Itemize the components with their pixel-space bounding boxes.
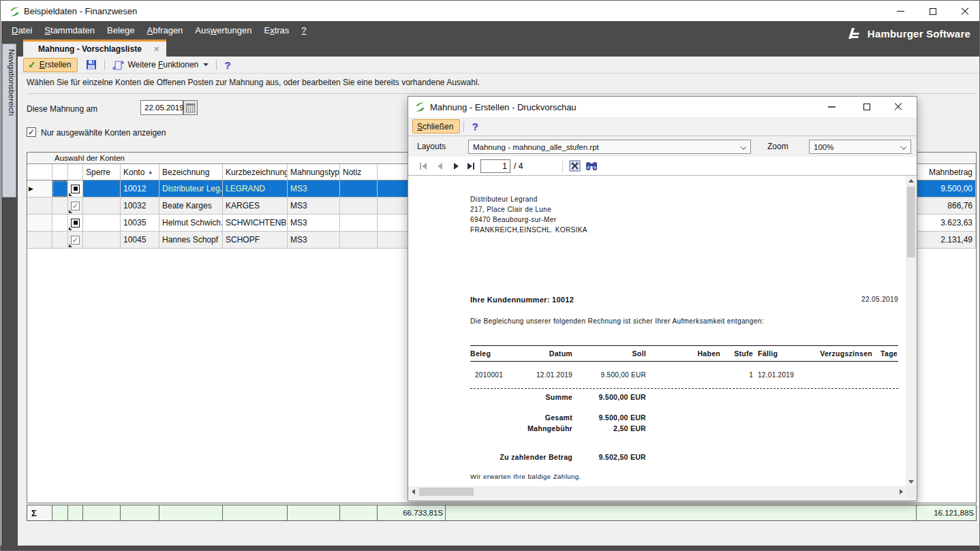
cell-mahnbetrag[interactable]: 9.500,00 (917, 180, 976, 198)
toolbar: ✓ Erstellen Weitere Funktionen ? (18, 57, 980, 73)
cell-mahnbetrag[interactable]: 2.131,49 (917, 232, 976, 249)
selector-cell[interactable] (52, 198, 68, 215)
summe-label: Summe (510, 393, 572, 401)
header-konto[interactable]: Konto▲ (121, 164, 159, 180)
first-page-button[interactable] (416, 159, 430, 173)
cell-bezeichnung[interactable]: Distributeur Leg... (159, 180, 223, 198)
cell-mahnungstyp[interactable]: MS3 (288, 198, 340, 215)
cell-mahnungstyp[interactable]: MS3 (288, 180, 340, 198)
cell-mahnbetrag[interactable]: 866,76 (917, 198, 976, 215)
td-beleg: 2010001 (470, 371, 510, 379)
summe-value: 9.500,00 EUR (572, 393, 646, 401)
cell-kurzbezeichnung[interactable]: SCHOPF (223, 232, 288, 249)
dialog-maximize-button[interactable] (857, 97, 876, 117)
calendar-button[interactable] (183, 100, 198, 115)
scroll-down-arrow[interactable] (906, 477, 917, 486)
cell-kurzbezeichnung[interactable]: SCHWICHTENB... (223, 215, 288, 232)
layout-select[interactable]: Mahnung - mahnung_alle_stufen.rpt (468, 140, 751, 154)
date-input[interactable]: 22.05.2019 (140, 100, 183, 115)
cell-konto[interactable]: 10035 (121, 215, 159, 232)
menu-auswertungen[interactable]: Auswertungen (189, 21, 258, 40)
menu-abfragen[interactable]: Abfragen (141, 21, 189, 40)
menu-extras[interactable]: Extras (258, 21, 295, 40)
menu-belege[interactable]: Belege (101, 21, 141, 40)
filter-checkbox[interactable]: ✓ (27, 127, 36, 137)
header-mahnbetrag[interactable]: Mahnbetrag (917, 164, 976, 180)
page-number-input[interactable] (480, 159, 510, 173)
horizontal-scrollbar[interactable] (408, 486, 906, 497)
amount-due-block: Zu zahlender Betrag 9.502,50 EUR (470, 453, 646, 461)
cell-bezeichnung[interactable]: Beate Karges (159, 198, 223, 215)
menu-datei[interactable]: Datei (5, 21, 38, 40)
cell-sperre[interactable] (83, 180, 121, 198)
cell-sperre[interactable] (83, 215, 121, 232)
horizontal-scrollbar-thumb[interactable] (419, 488, 474, 496)
cell-sperre[interactable] (83, 198, 121, 215)
cell-bezeichnung[interactable]: Hannes Schopf (159, 232, 223, 249)
th-datum: Datum (510, 349, 572, 358)
selector-cell[interactable] (52, 232, 68, 249)
header-notiz[interactable]: Notiz (340, 164, 378, 180)
cell-sperre[interactable] (83, 232, 121, 249)
header-kurzbezeichnung[interactable]: Kurzbezeichnung (223, 164, 288, 180)
cell-kurzbezeichnung[interactable]: LEGRAND (223, 180, 288, 198)
navigation-panel-tab[interactable]: Navigationsbereich (2, 44, 16, 198)
dialog-close-button[interactable] (889, 97, 908, 117)
previous-page-button[interactable] (433, 159, 446, 173)
cell-konto[interactable]: 10045 (121, 232, 159, 249)
cell-notiz[interactable] (340, 198, 378, 215)
zu-zahlen-value: 9.502,50 EUR (572, 453, 646, 461)
close-button[interactable] (955, 1, 975, 21)
maximize-button[interactable] (923, 1, 943, 21)
scroll-left-arrow[interactable] (408, 486, 418, 497)
cell-notiz[interactable] (340, 180, 378, 198)
export-button[interactable] (569, 160, 581, 174)
checkbox-cell[interactable]: ✓ (68, 198, 83, 215)
checkbox-indeterminate[interactable] (71, 185, 80, 193)
selector-cell[interactable] (52, 215, 68, 232)
checkbox-cell[interactable]: ✓ (68, 232, 83, 249)
cell-mahnbetrag[interactable]: 3.623,63 (917, 215, 976, 232)
dialog-help-button[interactable]: ? (468, 119, 482, 133)
checkbox-cell[interactable] (68, 215, 83, 232)
sum-cell (288, 505, 340, 520)
weitere-funktionen-button[interactable]: Weitere Funktionen (108, 58, 213, 72)
tab-mahnung-vorschlagsliste[interactable]: Mahnung - Vorschlagsliste × (23, 40, 166, 57)
next-page-button[interactable] (449, 159, 463, 173)
toolbar-separator (104, 59, 105, 70)
checkbox-indeterminate[interactable] (71, 219, 80, 227)
header-sperre[interactable]: Sperre (83, 164, 121, 180)
cell-mahnungstyp[interactable]: MS3 (288, 215, 340, 232)
vertical-scrollbar[interactable] (906, 176, 917, 486)
vertical-scrollbar-thumb[interactable] (907, 187, 915, 257)
menu-help[interactable]: ? (295, 21, 312, 40)
th-tage: Tage (872, 349, 898, 358)
cell-notiz[interactable] (340, 215, 378, 232)
cell-mahnungstyp[interactable]: MS3 (288, 232, 340, 249)
header-bezeichnung[interactable]: Bezeichnung (159, 164, 223, 180)
menu-stammdaten[interactable]: Stammdaten (38, 21, 101, 40)
tab-close-icon[interactable]: × (153, 46, 159, 52)
checkbox-checked[interactable]: ✓ (71, 202, 80, 210)
scroll-up-arrow[interactable] (906, 176, 917, 185)
schliessen-button[interactable]: Schließen (412, 119, 460, 133)
checkbox-cell[interactable] (68, 180, 83, 198)
search-button[interactable] (585, 160, 598, 174)
cell-kurzbezeichnung[interactable]: KARGES (223, 198, 288, 215)
zoom-select[interactable]: 100% (809, 140, 911, 154)
minimize-button[interactable] (890, 1, 910, 21)
cell-konto[interactable]: 10032 (121, 198, 159, 215)
scroll-right-arrow[interactable] (896, 486, 906, 497)
cell-konto[interactable]: 10012 (121, 180, 159, 198)
dialog-minimize-button[interactable] (822, 97, 841, 117)
erstellen-button[interactable]: ✓ Erstellen (23, 58, 78, 72)
checkbox-checked[interactable]: ✓ (71, 236, 80, 245)
help-button[interactable]: ? (220, 58, 234, 72)
cell-notiz[interactable] (340, 232, 378, 249)
last-page-button[interactable] (464, 159, 478, 173)
cell-bezeichnung[interactable]: Helmut Schwich... (159, 215, 223, 232)
dialog-title: Mahnung - Erstellen - Druckvorschau (430, 102, 577, 112)
save-button[interactable] (82, 58, 101, 72)
header-mahnungstyp[interactable]: Mahnungstyp (288, 164, 340, 180)
focus-cell[interactable] (52, 180, 68, 198)
